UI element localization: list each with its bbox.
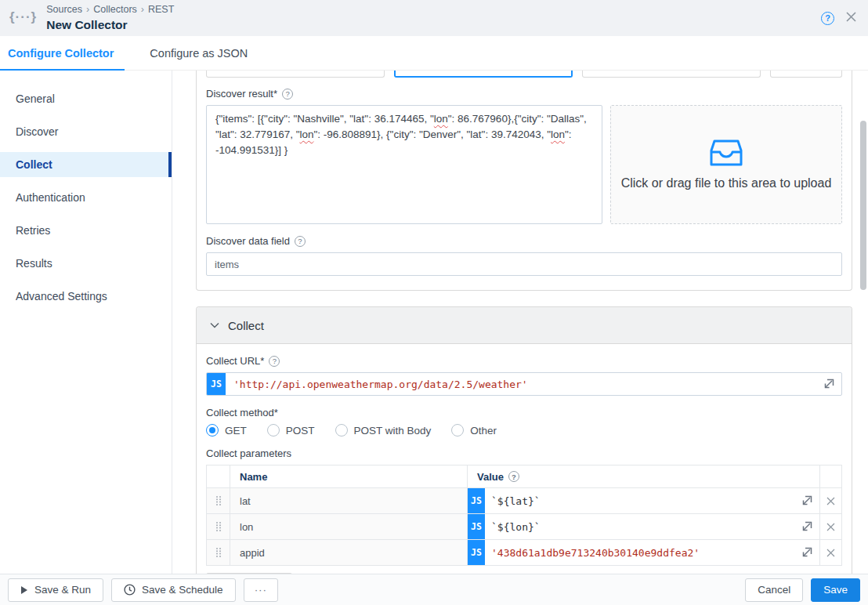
param-value[interactable]: '438d61a1db9e713240b30140e9ddfea2' bbox=[485, 540, 794, 565]
segment-option[interactable] bbox=[206, 71, 385, 78]
param-name[interactable]: lon bbox=[230, 514, 468, 539]
collect-body: Collect URL* ? JS 'http://api.openweathe… bbox=[197, 344, 852, 574]
new-collector-window: {···} Sources›Collectors›REST New Collec… bbox=[0, 0, 868, 605]
chevron-down-icon bbox=[210, 322, 219, 328]
table-row-lon: lon JS `${lon}` bbox=[207, 513, 841, 539]
segment-option[interactable] bbox=[582, 71, 761, 78]
collect-url-value[interactable]: 'http://api.openweathermap.org/data/2.5/… bbox=[226, 373, 816, 395]
breadcrumb: Sources›Collectors›REST bbox=[46, 4, 174, 16]
radio-get[interactable]: GET bbox=[206, 424, 247, 437]
play-icon bbox=[20, 585, 28, 595]
sidebar-item-general[interactable]: General bbox=[0, 86, 172, 111]
discover-data-field-label: Discover data field ? bbox=[206, 235, 842, 247]
cancel-button[interactable]: Cancel bbox=[745, 578, 803, 602]
param-value-cell: JS '438d61a1db9e713240b30140e9ddfea2' bbox=[468, 540, 819, 565]
sidebar-item-advanced-settings[interactable]: Advanced Settings bbox=[0, 284, 172, 309]
drag-dots-icon bbox=[215, 547, 222, 558]
file-upload-dropzone[interactable]: Click or drag file to this area to uploa… bbox=[610, 105, 842, 224]
collect-card: Collect Collect URL* ? JS 'http://api.op… bbox=[196, 306, 852, 574]
js-badge: JS bbox=[468, 540, 485, 565]
clock-icon bbox=[124, 584, 136, 596]
sidebar-item-collect[interactable]: Collect bbox=[0, 152, 172, 177]
upload-hint-text: Click or drag file to this area to uploa… bbox=[621, 176, 832, 190]
sidebar-item-authentication[interactable]: Authentication bbox=[0, 185, 172, 210]
param-value[interactable]: `${lon}` bbox=[485, 514, 794, 539]
delete-row-icon[interactable] bbox=[819, 540, 841, 565]
drag-dots-icon bbox=[215, 495, 222, 506]
header-actions: ? bbox=[821, 11, 857, 25]
drag-handle[interactable] bbox=[207, 488, 230, 513]
drag-dots-icon bbox=[215, 521, 222, 532]
more-actions-button[interactable]: ··· bbox=[244, 578, 279, 602]
radio-icon bbox=[206, 424, 219, 437]
header-text: Sources›Collectors›REST New Collector bbox=[46, 4, 174, 32]
collect-section-header[interactable]: Collect bbox=[197, 307, 852, 344]
radio-post-with-body[interactable]: POST with Body bbox=[335, 424, 432, 437]
question-circle-icon[interactable]: ? bbox=[295, 236, 306, 247]
param-value-cell: JS `${lon}` bbox=[468, 514, 819, 539]
question-circle-icon[interactable]: ? bbox=[282, 89, 293, 100]
js-badge: JS bbox=[207, 373, 226, 395]
tab-bar: Configure Collector Configure as JSON bbox=[0, 36, 868, 71]
discover-result-textarea[interactable]: {"items": [{"city": "Nashville", "lat": … bbox=[206, 105, 602, 224]
table-header-row: Name Value ? bbox=[207, 466, 841, 487]
window-header: {···} Sources›Collectors›REST New Collec… bbox=[0, 0, 868, 36]
collect-parameters-label: Collect parameters bbox=[206, 447, 842, 459]
radio-icon bbox=[335, 424, 348, 437]
breadcrumb-rest[interactable]: REST bbox=[148, 4, 174, 15]
drag-column-header bbox=[207, 466, 230, 487]
param-name[interactable]: lat bbox=[230, 488, 468, 513]
name-column-header: Name bbox=[230, 466, 468, 487]
radio-post[interactable]: POST bbox=[267, 424, 315, 437]
js-badge: JS bbox=[468, 488, 485, 513]
sidebar-item-results[interactable]: Results bbox=[0, 251, 172, 276]
question-circle-icon[interactable]: ? bbox=[269, 356, 280, 367]
radio-other[interactable]: Other bbox=[451, 424, 497, 437]
expand-editor-icon[interactable] bbox=[794, 488, 819, 513]
breadcrumb-separator: › bbox=[141, 4, 144, 15]
expand-editor-icon[interactable] bbox=[816, 373, 841, 395]
tab-configure-as-json[interactable]: Configure as JSON bbox=[142, 36, 259, 70]
segment-option-selected[interactable] bbox=[394, 71, 573, 78]
delete-row-icon[interactable] bbox=[819, 514, 841, 539]
collect-url-input[interactable]: JS 'http://api.openweathermap.org/data/2… bbox=[206, 372, 842, 396]
discover-data-field-input[interactable] bbox=[206, 252, 842, 276]
drag-handle[interactable] bbox=[207, 540, 230, 565]
breadcrumb-sources[interactable]: Sources bbox=[46, 4, 82, 15]
radio-icon bbox=[451, 424, 464, 437]
sidebar-item-retries[interactable]: Retries bbox=[0, 218, 172, 243]
discover-card: Discover result* ? {"items": [{"city": "… bbox=[196, 71, 852, 291]
sidebar: General Discover Collect Authentication … bbox=[0, 71, 172, 574]
save-and-schedule-button[interactable]: Save & Schedule bbox=[111, 578, 236, 602]
table-row-lat: lat JS `${lat}` bbox=[207, 487, 841, 513]
discover-result-label: Discover result* ? bbox=[206, 88, 842, 100]
param-name[interactable]: appid bbox=[230, 540, 468, 565]
sidebar-item-discover[interactable]: Discover bbox=[0, 119, 172, 144]
collect-method-label: Collect method* bbox=[206, 407, 842, 418]
close-icon[interactable] bbox=[845, 11, 857, 25]
collect-url-label: Collect URL* ? bbox=[206, 355, 842, 367]
param-value[interactable]: `${lat}` bbox=[485, 488, 794, 513]
table-row-appid: appid JS '438d61a1db9e713240b30140e9ddfe… bbox=[207, 539, 841, 565]
save-button[interactable]: Save bbox=[811, 578, 860, 602]
value-column-header: Value ? bbox=[468, 466, 819, 487]
expand-editor-icon[interactable] bbox=[794, 514, 819, 539]
save-and-run-button[interactable]: Save & Run bbox=[8, 578, 103, 602]
vertical-scrollbar-thumb[interactable] bbox=[860, 121, 866, 290]
collector-logo-icon: {···} bbox=[6, 9, 43, 27]
expand-editor-icon[interactable] bbox=[794, 540, 819, 565]
discover-result-row: {"items": [{"city": "Nashville", "lat": … bbox=[206, 105, 842, 224]
question-circle-icon[interactable]: ? bbox=[508, 471, 519, 482]
segment-option[interactable] bbox=[770, 71, 842, 78]
collect-parameters-table: Name Value ? lat bbox=[206, 465, 842, 566]
discover-type-segmented-control bbox=[206, 71, 842, 78]
collect-section-title: Collect bbox=[228, 319, 264, 332]
drag-handle[interactable] bbox=[207, 514, 230, 539]
tab-configure-collector[interactable]: Configure Collector bbox=[0, 36, 125, 70]
help-icon[interactable]: ? bbox=[821, 12, 834, 25]
breadcrumb-collectors[interactable]: Collectors bbox=[93, 4, 137, 15]
body: General Discover Collect Authentication … bbox=[0, 71, 868, 574]
delete-row-icon[interactable] bbox=[819, 488, 841, 513]
js-badge: JS bbox=[468, 514, 485, 539]
param-value-cell: JS `${lat}` bbox=[468, 488, 819, 513]
